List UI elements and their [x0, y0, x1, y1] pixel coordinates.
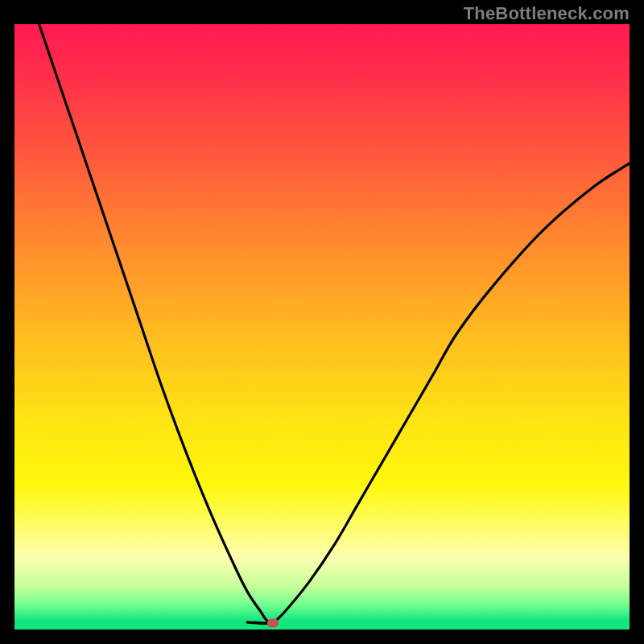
optimal-point-marker: [267, 619, 279, 628]
bottleneck-curve: [14, 24, 630, 630]
watermark-label: TheBottleneck.com: [464, 3, 630, 24]
plot-area: [14, 24, 630, 630]
chart-frame: TheBottleneck.com: [0, 0, 644, 644]
